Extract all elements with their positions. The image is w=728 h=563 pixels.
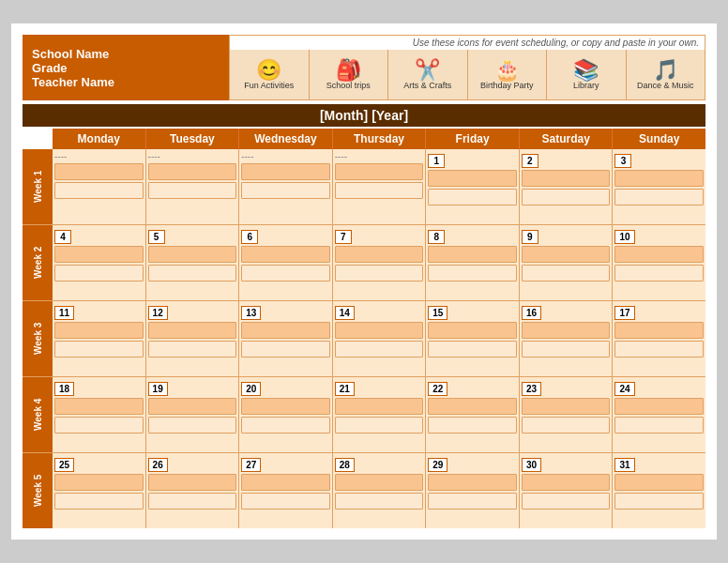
event-box-light[interactable] (614, 417, 704, 434)
event-box-light[interactable] (522, 417, 611, 434)
week3-fri[interactable]: 15 (426, 301, 520, 376)
week5-wed[interactable]: 27 (239, 453, 333, 528)
week3-tue[interactable]: 12 (146, 301, 240, 376)
event-box-light[interactable] (522, 265, 611, 282)
event-box[interactable] (335, 398, 424, 415)
event-box[interactable] (54, 398, 144, 415)
event-box-light[interactable] (428, 265, 517, 282)
week1-thu[interactable]: ---- (333, 149, 427, 224)
week1-sat[interactable]: 2 (520, 149, 614, 224)
week4-thu[interactable]: 21 (333, 377, 427, 452)
week4-sun[interactable]: 24 (613, 377, 705, 452)
event-box-light[interactable] (148, 341, 237, 358)
event-box-light[interactable] (335, 182, 424, 199)
event-box-light[interactable] (614, 189, 704, 205)
event-box-light[interactable] (428, 493, 517, 510)
event-box[interactable] (522, 246, 611, 263)
week1-mon[interactable]: ---- (53, 149, 146, 224)
event-box-light[interactable] (335, 417, 424, 434)
week3-thu[interactable]: 14 (333, 301, 427, 376)
event-box[interactable] (614, 246, 704, 263)
event-box[interactable] (335, 474, 424, 491)
week2-sun[interactable]: 10 (613, 225, 705, 300)
event-box[interactable] (241, 474, 330, 491)
event-box[interactable] (428, 474, 517, 491)
week3-sat[interactable]: 16 (520, 301, 614, 376)
event-box-light[interactable] (428, 341, 517, 358)
week3-mon[interactable]: 11 (53, 301, 146, 376)
week2-sat[interactable]: 9 (520, 225, 614, 300)
event-box[interactable] (241, 246, 330, 263)
event-box-light[interactable] (614, 341, 704, 358)
event-box-light[interactable] (148, 265, 237, 282)
event-box[interactable] (522, 322, 611, 339)
week4-fri[interactable]: 22 (426, 377, 520, 452)
week1-fri[interactable]: 1 (426, 149, 520, 224)
event-box[interactable] (241, 322, 330, 339)
event-box[interactable] (148, 474, 237, 491)
week1-sun[interactable]: 3 (613, 149, 705, 224)
event-box[interactable] (522, 474, 611, 491)
event-box-light[interactable] (614, 265, 704, 282)
week2-fri[interactable]: 8 (426, 225, 520, 300)
event-box-light[interactable] (148, 493, 237, 510)
event-box[interactable] (54, 163, 144, 180)
week2-tue[interactable]: 5 (146, 225, 240, 300)
week1-tue[interactable]: ---- (146, 149, 240, 224)
event-box[interactable] (54, 246, 144, 263)
event-box[interactable] (241, 398, 330, 415)
event-box[interactable] (428, 170, 517, 187)
event-box-light[interactable] (241, 493, 330, 510)
event-box[interactable] (428, 398, 517, 415)
week5-sun[interactable]: 31 (613, 453, 705, 528)
event-box[interactable] (54, 322, 144, 339)
event-box-light[interactable] (148, 182, 237, 199)
week4-wed[interactable]: 20 (239, 377, 333, 452)
week2-mon[interactable]: 4 (53, 225, 146, 300)
week3-wed[interactable]: 13 (239, 301, 333, 376)
event-box-light[interactable] (241, 265, 330, 282)
week4-sat[interactable]: 23 (520, 377, 614, 452)
event-box-light[interactable] (335, 493, 424, 510)
event-box-light[interactable] (522, 189, 611, 205)
event-box-light[interactable] (335, 341, 424, 358)
event-box[interactable] (614, 398, 704, 415)
event-box[interactable] (428, 322, 517, 339)
event-box-light[interactable] (522, 493, 611, 510)
event-box-light[interactable] (148, 417, 237, 434)
event-box[interactable] (335, 322, 424, 339)
week2-wed[interactable]: 6 (239, 225, 333, 300)
event-box-light[interactable] (335, 265, 424, 282)
event-box-light[interactable] (241, 182, 330, 199)
week5-fri[interactable]: 29 (426, 453, 520, 528)
week5-sat[interactable]: 30 (520, 453, 614, 528)
event-box-light[interactable] (54, 182, 144, 199)
event-box[interactable] (335, 163, 424, 180)
event-box[interactable] (148, 398, 237, 415)
event-box-light[interactable] (614, 493, 704, 510)
event-box-light[interactable] (428, 417, 517, 434)
event-box-light[interactable] (54, 493, 144, 510)
event-box[interactable] (148, 246, 237, 263)
week5-mon[interactable]: 25 (53, 453, 146, 528)
event-box[interactable] (148, 163, 237, 180)
event-box-light[interactable] (54, 265, 144, 282)
event-box[interactable] (54, 474, 144, 491)
week4-tue[interactable]: 19 (146, 377, 240, 452)
event-box[interactable] (614, 474, 704, 491)
week4-mon[interactable]: 18 (53, 377, 146, 452)
event-box-light[interactable] (54, 417, 144, 434)
week5-thu[interactable]: 28 (333, 453, 427, 528)
event-box-light[interactable] (522, 341, 611, 358)
event-box[interactable] (522, 398, 611, 415)
event-box-light[interactable] (54, 341, 144, 358)
event-box[interactable] (522, 170, 611, 187)
event-box[interactable] (335, 246, 424, 263)
week2-thu[interactable]: 7 (333, 225, 427, 300)
event-box[interactable] (148, 322, 237, 339)
event-box[interactable] (614, 322, 704, 339)
week1-wed[interactable]: ---- (239, 149, 333, 224)
event-box-light[interactable] (241, 417, 330, 434)
event-box[interactable] (614, 170, 704, 187)
event-box[interactable] (428, 246, 517, 263)
